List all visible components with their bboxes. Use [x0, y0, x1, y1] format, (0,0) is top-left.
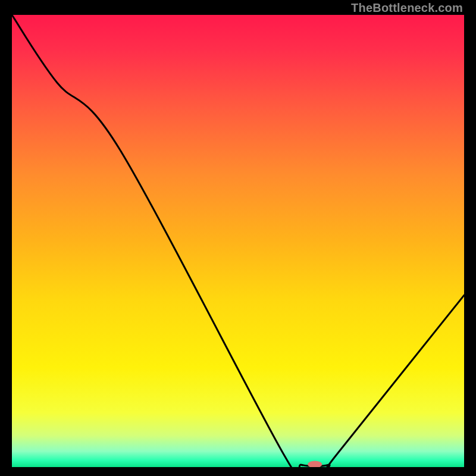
gradient-background [12, 15, 464, 467]
chart-frame [12, 15, 464, 467]
watermark-text: TheBottleneck.com [351, 1, 463, 15]
bottleneck-chart [12, 15, 464, 467]
